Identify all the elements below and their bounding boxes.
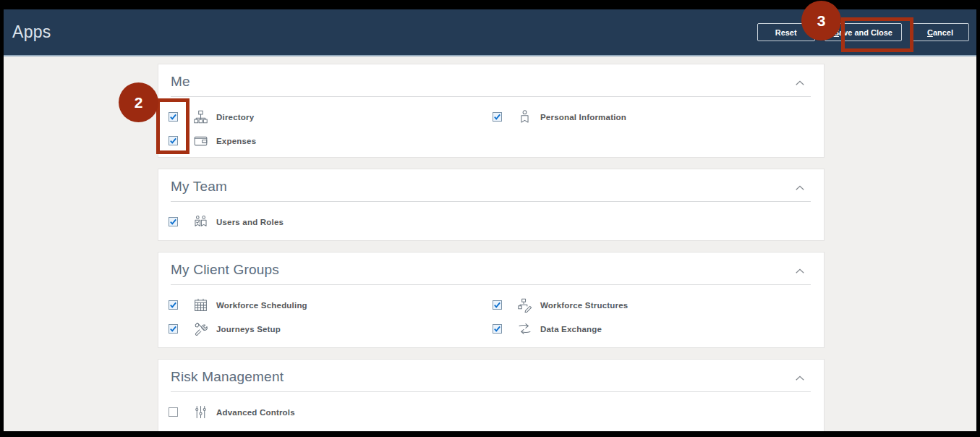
workforce-structures-checkbox[interactable] <box>493 300 502 310</box>
app-row-workforce-scheduling: Workforce Scheduling <box>169 293 493 317</box>
section-me: Me <box>158 64 825 158</box>
app-label: Journeys Setup <box>216 325 281 334</box>
annotation-step-2: 2 <box>119 82 158 122</box>
two-people-icon <box>192 214 208 230</box>
personal-information-checkbox[interactable] <box>493 112 502 122</box>
workforce-scheduling-checkbox[interactable] <box>169 300 178 310</box>
exchange-arrows-icon <box>516 321 532 337</box>
annotation-rect-save-and-close <box>841 17 913 52</box>
app-row-expenses: Expenses <box>169 129 493 153</box>
app-label: Users and Roles <box>216 218 284 226</box>
journeys-setup-checkbox[interactable] <box>169 324 178 334</box>
app-label: Advanced Controls <box>216 408 295 417</box>
app-row-data-exchange: Data Exchange <box>493 317 824 341</box>
org-chart-icon <box>192 109 208 125</box>
wallet-icon <box>192 133 208 149</box>
annotation-step-3: 3 <box>801 1 841 41</box>
app-label: Workforce Structures <box>540 301 628 310</box>
crossed-tools-icon <box>192 321 208 337</box>
app-row-users-and-roles: Users and Roles <box>169 210 493 234</box>
app-label: Directory <box>216 113 254 122</box>
users-and-roles-checkbox[interactable] <box>169 217 178 226</box>
org-chart-pencil-icon <box>516 297 532 313</box>
sliders-icon <box>192 404 208 420</box>
app-row-journeys-setup: Journeys Setup <box>169 317 493 341</box>
section-my-team: My Team <box>158 169 825 241</box>
app-row-workforce-structures: Workforce Structures <box>493 293 824 317</box>
section-title: My Client Groups <box>171 262 811 278</box>
section-risk-management: Risk Management <box>158 359 825 431</box>
app-label: Expenses <box>216 137 256 145</box>
section-title: Risk Management <box>171 369 811 385</box>
app-label: Workforce Scheduling <box>216 301 307 310</box>
page-title: Apps <box>4 22 51 42</box>
app-row-directory: Directory <box>169 105 493 129</box>
screenshot-frame: Apps Reset Save and Close Cancel Me <box>0 0 980 437</box>
app-label: Data Exchange <box>540 325 602 334</box>
chevron-up-icon[interactable] <box>793 77 806 90</box>
person-badge-icon <box>516 109 532 125</box>
chevron-up-icon[interactable] <box>793 372 806 385</box>
data-exchange-checkbox[interactable] <box>493 324 502 334</box>
app-label: Personal Information <box>540 113 626 122</box>
chevron-up-icon[interactable] <box>793 265 806 278</box>
calendar-grid-icon <box>192 297 208 313</box>
chevron-up-icon[interactable] <box>793 182 806 195</box>
app-row-advanced-controls: Advanced Controls <box>169 400 493 424</box>
section-title: My Team <box>171 179 811 195</box>
app-window: Apps Reset Save and Close Cancel Me <box>4 9 976 431</box>
app-row-personal-information: Personal Information <box>493 105 824 129</box>
annotation-rect-checkboxes <box>156 98 189 154</box>
section-title: Me <box>171 74 811 90</box>
sections-list: Me <box>158 64 825 431</box>
section-my-client-groups: My Client Groups <box>158 252 825 348</box>
advanced-controls-checkbox[interactable] <box>169 407 178 417</box>
cancel-button[interactable]: Cancel <box>911 23 969 41</box>
